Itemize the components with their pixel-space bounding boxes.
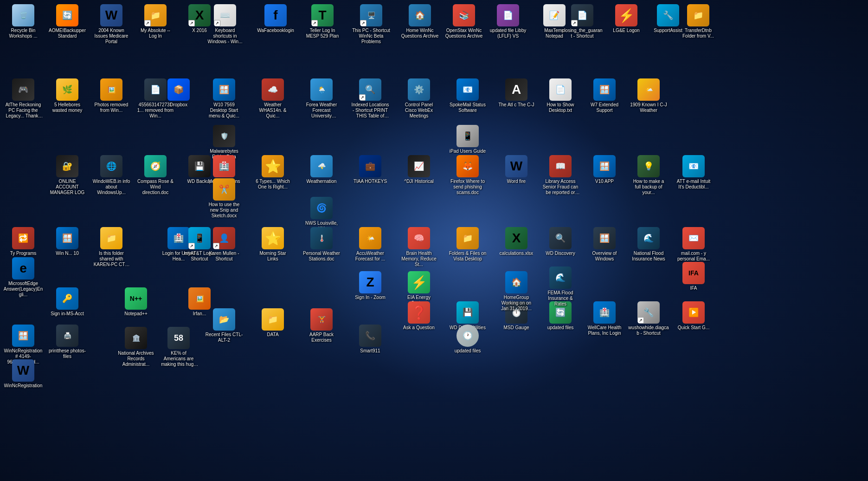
icon-accuweather[interactable]: 🌤️AccuWeather Forecast for ... [349, 225, 391, 264]
icon-spokemail[interactable]: 📧SpokeMail Status Software [447, 77, 489, 115]
icon-ask-question[interactable]: ❓Ask a Question [398, 299, 440, 332]
icon-teller-log[interactable]: T↗Teller Log In MESP 529 Plan [302, 2, 343, 41]
icon-lib-access[interactable]: 📖Library Access Senior Fraud can be repo… [540, 153, 581, 197]
icon-sign-ms-acct[interactable]: 🔑Sign in-MS-Acct [46, 286, 88, 318]
icon-forea-weather[interactable]: 🌦️Forea Weather Forecast University Libr… [301, 77, 342, 121]
icon-word-reg[interactable]: WWinNcRegistration [2, 358, 44, 390]
icon-keyboard-shortcuts[interactable]: ⌨️↗Keyboard shortcuts in Windows - Win..… [204, 2, 246, 46]
icon-tiaa[interactable]: 💼TIAA HOTKEYS [349, 153, 391, 186]
icon-control-panel[interactable]: ⚙️Control Panel Cisco WebEx Meetings [398, 77, 440, 121]
icon-aomei-backup[interactable]: 🔄AOMEIBackupper Standard [46, 2, 88, 41]
icon-smart911[interactable]: 📞Smart911 [349, 323, 391, 356]
icon-known-issues[interactable]: W2004 Known Issues Medicare Portal [90, 2, 132, 46]
icon-6-typen[interactable]: ⭐6 Types... Which One Is Right... [252, 153, 294, 192]
icon-whas14n[interactable]: ☁️Weather WHAS14n. & Quic... [252, 77, 294, 121]
icon-img-indexed-loc: 🔍↗ [359, 78, 381, 101]
icon-lge-logon[interactable]: ⚡LG&E Logon [605, 2, 647, 35]
icon-quickstart[interactable]: ▶️Quick Start G... [673, 299, 714, 332]
icon-v10-app[interactable]: 🪟V10 APP [584, 153, 625, 186]
icon-natflood-ins[interactable]: 🌊National Flood Insurance News [628, 225, 669, 264]
icon-label-indexed-loc: Indexed Locations - Shortcut PRINT THIS … [351, 102, 389, 119]
icon-personal-weather[interactable]: 🌡️Personal Weather Stations.doc [301, 225, 342, 264]
icon-weathernation[interactable]: 🌩️Weathernation [301, 153, 342, 186]
icon-notepadpp[interactable]: N++Notepad++ [115, 286, 157, 318]
icon-dropbox[interactable]: 📦Dropbox [158, 77, 199, 110]
icon-label-calc-xlsx: calculations.xlsx [500, 251, 533, 256]
icon-img-recycle-bin: 🗑️ [12, 4, 34, 26]
icon-1909-weather[interactable]: 🌤️1909 Known I C-J Weather [628, 77, 669, 115]
icon-folders-vista[interactable]: 📁Folders & Files on Vista Desktop [447, 225, 489, 264]
icon-label-word-fire: Word fire [507, 179, 526, 184]
icon-wd-disc[interactable]: 🔍WD Discovery [540, 225, 581, 258]
shortcut-arrow: ↗ [213, 243, 219, 249]
icon-reckoning[interactable]: 🎮AtThe Reckoning PC Facing the Legacy...… [2, 77, 44, 121]
icon-ms-edge[interactable]: eMicrosoftEdge Answer(Legacy)Engli... [2, 255, 44, 299]
icon-img-winnic-reg: 🪟 [12, 325, 34, 347]
icon-label-online-manager: ONLINE ACCOUNT MANAGER LOG [48, 179, 86, 195]
shortcut-arrow: ↗ [311, 20, 318, 26]
icon-data-folder[interactable]: 📁DATA [252, 306, 294, 339]
icon-label-natflood-ins: National Flood Insurance News [630, 251, 668, 262]
icon-calc-xlsx[interactable]: Xcalculations.xlsx [495, 225, 537, 258]
icon-att-email[interactable]: 📧ATT e-mail Intuit It's Deductibl... [673, 153, 714, 192]
icon-img-how-show-desk: 📄 [549, 78, 572, 101]
icon-openstack[interactable]: 📚OpenStax WinNc Questions Archive [443, 2, 485, 41]
icon-label-w7-extended: W7 Extended Support [585, 102, 624, 113]
icon-closing-guarant[interactable]: 📄↗closing_the_guarant - Shortcut [561, 2, 603, 41]
icon-img-word-fire: W [505, 155, 527, 177]
icon-print-photos[interactable]: 🖨️printthese photos-files [46, 323, 88, 361]
icon-clock-updated[interactable]: 🕐updated files [447, 323, 489, 356]
icon-wushow[interactable]: 🔧↗wushowhide.diagcab - Shortcut [628, 299, 669, 338]
icon-recent-files[interactable]: 📂Recent Files CTL-ALT-2 [203, 306, 245, 345]
icon-fema-flood[interactable]: 🌊FEMA Flood Insurance & Rates [540, 265, 581, 309]
icon-transfer-folder[interactable]: 📁TransferDtnb Folder from V... [677, 2, 719, 41]
icon-national-arch[interactable]: 🏛️National Archives Records Administrat.… [115, 325, 157, 369]
icon-img-w7-extended: 🪟 [593, 78, 616, 101]
icon-the-atc[interactable]: AThe Atl c The C-J [495, 77, 537, 110]
icon-wellcare[interactable]: 🏥WellCare Health Plans, Inc Login [584, 299, 625, 338]
icon-karen-mullen[interactable]: 👤↗Karen Mullen - Shortcut [203, 225, 245, 264]
icon-img-recent-files: 📂 [213, 308, 235, 331]
icon-img-openstack: 📚 [453, 4, 475, 26]
icon-overview-win[interactable]: 🪟Overview of Windows [584, 225, 625, 264]
icon-gen58[interactable]: 58KE% of Americans are making this huge … [158, 325, 199, 369]
icon-typen-prog[interactable]: 🔁Ty Programs [2, 225, 44, 258]
icon-ifa-icon[interactable]: IFAIFA [673, 260, 714, 293]
icon-online-manager[interactable]: 🔐ONLINE ACCOUNT MANAGER LOG [46, 153, 88, 197]
icon-isfolder[interactable]: 📁Is this folder shared with KAREN-PC CTL… [90, 225, 132, 269]
icon-snip-sketch[interactable]: ✂️How to use the new Snip and Sketch.doc… [203, 176, 245, 221]
icon-photos[interactable]: 🖼️Photos removed from Win... [90, 77, 132, 115]
icon-win10-icon[interactable]: 🪟Win N... 10 [46, 225, 88, 258]
icon-img-aomei-backup: 🔄 [56, 4, 78, 26]
icon-how-backup[interactable]: 💡How to make a full backup of your... [628, 153, 669, 197]
icon-how-show-desk[interactable]: 📄How to Show Desktop.txt [540, 77, 581, 115]
icon-home-wnc[interactable]: 🏠Home WinNc Questions Archive [399, 2, 441, 41]
icon-w10-7569[interactable]: 🪟W10 7569 Desktop Start menu & Quic... [203, 77, 245, 121]
icon-label-wellcare: WellCare Health Plans, Inc Login [585, 325, 624, 336]
icon-helleb[interactable]: 🌿5 Hellebores wasted money [46, 77, 88, 115]
icon-ipad-guide[interactable]: 📱iPad Users Guide [447, 123, 489, 156]
icon-facebook[interactable]: fWaFacebooklogin [255, 2, 296, 35]
icon-aarp-exercises[interactable]: 🏋️AARP Back Exercises [301, 306, 342, 345]
icon-word-fire[interactable]: WWord fire [495, 153, 537, 186]
icon-my-absolute[interactable]: 📁↗My Absolute -- Log In [135, 2, 176, 41]
icon-sign-zoom[interactable]: ZSign In - Zoom [349, 269, 391, 302]
icon-firefox[interactable]: 🦊Firefox Where to send phishing scams.do… [447, 153, 489, 197]
icon-dji-hist[interactable]: 📈^DJI Historical [398, 153, 440, 186]
icon-recycle-bin[interactable]: 🗑️Recycle Bin Workshops ... [2, 2, 44, 41]
icon-wind-web[interactable]: 🌐WindoWEB.in info about WindowsUp... [90, 153, 132, 197]
icon-brain-health[interactable]: 🧠Brain Health Memory, Reduce St... [398, 225, 440, 269]
icon-label-aarp-exercises: AARP Back Exercises [302, 332, 341, 343]
icon-label-this-pc: This PC - Shortcut WinNc Beta Problems [352, 28, 390, 45]
icon-img-national-arch: 🏛️ [125, 327, 147, 349]
icon-indexed-loc[interactable]: 🔍↗Indexed Locations - Shortcut PRINT THI… [349, 77, 391, 121]
icon-w7-extended[interactable]: 🪟W7 Extended Support [584, 77, 625, 115]
icon-updated-file[interactable]: 📄updated file Libby (LFLF) VS [487, 2, 529, 41]
shortcut-arrow: ↗ [144, 20, 151, 26]
icon-mailcom[interactable]: ✉️mail.com - y personal Ema... [673, 225, 714, 264]
icon-morning-star[interactable]: ⭐Morning Star Links [252, 225, 294, 264]
icon-label-my-absolute: My Absolute -- Log In [136, 28, 174, 39]
icon-homegroup[interactable]: 🏠HomeGroup Working on on Jan 31, 2019... [495, 269, 537, 313]
icon-compass-doc[interactable]: 🧭Compass Rose & Wind direction.doc [135, 153, 176, 197]
icon-this-pc[interactable]: 🖥️↗This PC - Shortcut WinNc Beta Problem… [350, 2, 392, 46]
